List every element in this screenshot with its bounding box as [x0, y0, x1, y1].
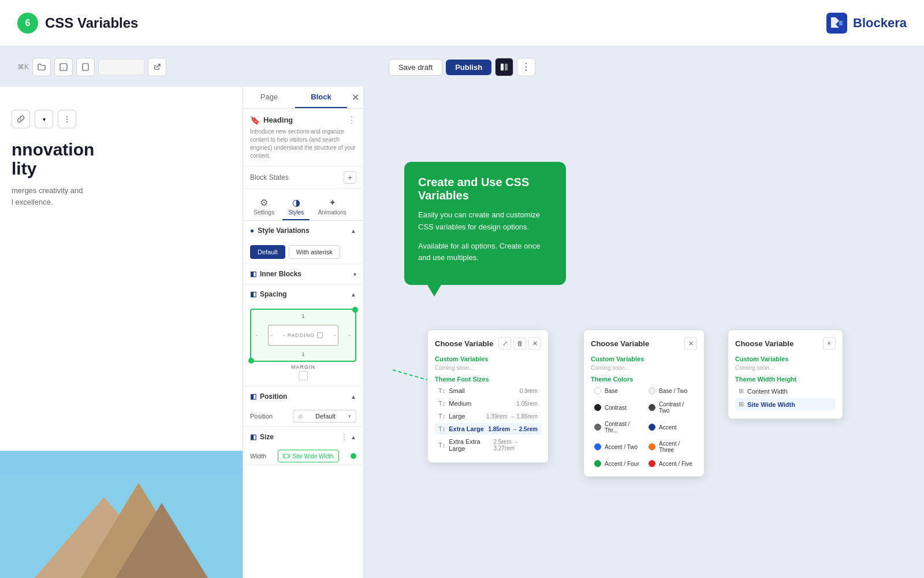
vp3-item-content-width[interactable]: ⊞ Content Width [735, 385, 836, 397]
tablet-icon-btn[interactable] [54, 58, 73, 76]
spacing-bottom-value: 1 [254, 350, 353, 358]
vp1-delete-btn[interactable]: 🗑 [513, 337, 526, 350]
vp1-item-xxl[interactable]: T↕ Extra Extra Large 2.5rem → 3.27rem [435, 436, 541, 454]
heading-more-btn[interactable]: ⋮ [347, 114, 356, 125]
vp1-items-list: T↕ Small 0.9rem T↕ Medium 1.05rem T↕ Lar… [435, 385, 541, 454]
spacing-green-dot-tr [352, 307, 358, 313]
inner-blocks-title: Inner Blocks [260, 270, 301, 278]
publish-button[interactable]: Publish [446, 60, 491, 75]
position-chevron: ▲ [351, 394, 356, 400]
cancel-icon: ⊘ [298, 413, 303, 420]
spacing-top-value: 1 [254, 312, 353, 320]
color-accent-three[interactable]: Accent / Three [645, 438, 697, 455]
tab-block[interactable]: Block [295, 87, 347, 108]
vp1-item-large[interactable]: T↕ Large 1.39rem → 1.85rem [435, 410, 541, 422]
vp1-title: Choose Variable [435, 339, 493, 348]
callout-text-2: Available for all options. Create once a… [418, 240, 552, 265]
color-swatch-base [594, 387, 601, 394]
color-accent-four[interactable]: Accent / Four [591, 458, 643, 469]
width-value-btn[interactable]: Site Wide Width [278, 450, 338, 462]
vp1-resize-btn[interactable]: ⤢ [498, 337, 511, 350]
site-wide-width-icon: ⊞ [739, 401, 744, 408]
blockera-logo-icon [826, 13, 847, 34]
position-row: Position ⊘ Default ▾ [243, 406, 363, 426]
width-green-dot [351, 453, 356, 459]
preview-heading-2: lity [12, 159, 231, 178]
style-variations-chevron: ▲ [351, 228, 356, 234]
heading-block-name: Heading [263, 116, 293, 124]
sidebar-panel: Page Block ✕ 🔖 Heading ⋮ Introduce new s… [243, 87, 364, 578]
spacing-right-dash: - [346, 332, 353, 338]
kebab-btn[interactable]: ⋮ [58, 110, 76, 128]
mobile-icon-btn[interactable] [76, 58, 95, 76]
vp1-font-sizes-label: Theme Font Sizes [435, 376, 541, 383]
color-contrast-three[interactable]: Contrast / Thr... [591, 418, 643, 436]
color-accent[interactable]: Accent [645, 418, 697, 436]
vp1-item-small[interactable]: T↕ Small 0.9rem [435, 385, 541, 397]
vp2-close-btn[interactable]: ✕ [684, 337, 697, 350]
url-bar[interactable] [98, 59, 144, 75]
vp1-item-xl[interactable]: T↕ Extra Large 1.85rem → 2.5rem [435, 423, 541, 435]
vp1-coming-soon: Coming soon... [435, 365, 541, 371]
tab-styles[interactable]: ◑ Styles [282, 194, 310, 220]
folder-icon-btn[interactable] [32, 58, 51, 76]
block-states-add-btn[interactable]: + [344, 171, 356, 184]
style-variations-header[interactable]: ● Style Variations ▲ [243, 221, 363, 240]
vp1-item-medium[interactable]: T↕ Medium 1.05rem [435, 398, 541, 409]
size-header[interactable]: ◧ Size ⋮ ▲ [243, 427, 363, 447]
view-toggle-btn[interactable] [495, 58, 513, 76]
margin-icon [299, 371, 308, 380]
link-icon-btn[interactable] [12, 110, 30, 128]
vp3-custom-vars-label: Custom Variables [735, 355, 836, 362]
tab-page[interactable]: Page [243, 87, 295, 108]
inner-blocks-chevron: ▾ [353, 271, 356, 277]
vp2-colors-label: Theme Colors [591, 376, 697, 383]
color-base-two[interactable]: Base / Two [645, 385, 697, 397]
vp2-title: Choose Variable [591, 339, 649, 348]
tab-animations[interactable]: ✦ Animations [312, 194, 352, 220]
vp3-theme-size-label: Theme Width Height [735, 376, 836, 383]
step-badge: 6 [17, 13, 38, 34]
tab-settings[interactable]: ⚙ Settings [248, 194, 280, 220]
keyboard-shortcut: ⌘K [17, 63, 29, 71]
spacing-inner-right-dash: - [334, 332, 336, 338]
block-states-row: Block States + [243, 166, 363, 189]
vp1-close-btn[interactable]: ✕ [528, 337, 541, 350]
font-size-icon-large: T↕ [438, 413, 445, 420]
position-icon: ◧ [250, 392, 256, 401]
spacing-left-dash: - [254, 332, 260, 338]
color-base[interactable]: Base [591, 385, 643, 397]
chevron-down-btn[interactable]: ▾ [35, 110, 53, 128]
size-more-btn[interactable]: ⋮ [340, 432, 348, 442]
vp3-close-btn[interactable]: ✕ [823, 337, 836, 350]
position-section: ◧ Position ▲ Position ⊘ Default ▾ [243, 387, 363, 427]
vp3-coming-soon: Coming soon... [735, 365, 836, 371]
save-draft-button[interactable]: Save draft [389, 59, 442, 76]
position-select[interactable]: ⊘ Default ▾ [293, 410, 356, 423]
position-label: Position [250, 413, 273, 420]
color-contrast-two[interactable]: Contrast / Two [645, 399, 697, 416]
settings-gear-icon: ⚙ [260, 197, 268, 208]
color-swatch-base-two [649, 387, 655, 394]
color-swatch-accent-three [649, 443, 655, 450]
font-size-icon-xxl: T↕ [438, 442, 445, 449]
style-variations-section: ● Style Variations ▲ Default With asteri… [243, 221, 363, 264]
vp3-item-site-wide-width[interactable]: ⊞ Site Wide Width [735, 398, 836, 410]
sidebar-close-btn[interactable]: ✕ [347, 90, 363, 106]
variation-default-btn[interactable]: Default [250, 245, 285, 259]
spacing-icon: ◧ [250, 290, 256, 298]
more-options-btn[interactable]: ⋮ [517, 58, 535, 76]
variation-asterisk-btn[interactable]: With asterisk [289, 245, 340, 259]
color-accent-five[interactable]: Accent / Five [645, 458, 697, 469]
bookmark-icon: 🔖 [250, 116, 260, 125]
external-link-btn[interactable] [148, 58, 166, 76]
position-title: Position [260, 392, 287, 401]
styles-half-circle-icon: ◑ [292, 197, 300, 208]
color-contrast[interactable]: Contrast [591, 399, 643, 416]
color-accent-two[interactable]: Accent / Two [591, 438, 643, 455]
heading-block-info: 🔖 Heading ⋮ Introduce new sections and o… [243, 109, 363, 166]
spacing-header[interactable]: ◧ Spacing ▲ [243, 284, 363, 304]
position-value: Default [315, 413, 336, 420]
inner-blocks-header[interactable]: ◧ Inner Blocks ▾ [243, 264, 363, 284]
position-header[interactable]: ◧ Position ▲ [243, 387, 363, 406]
